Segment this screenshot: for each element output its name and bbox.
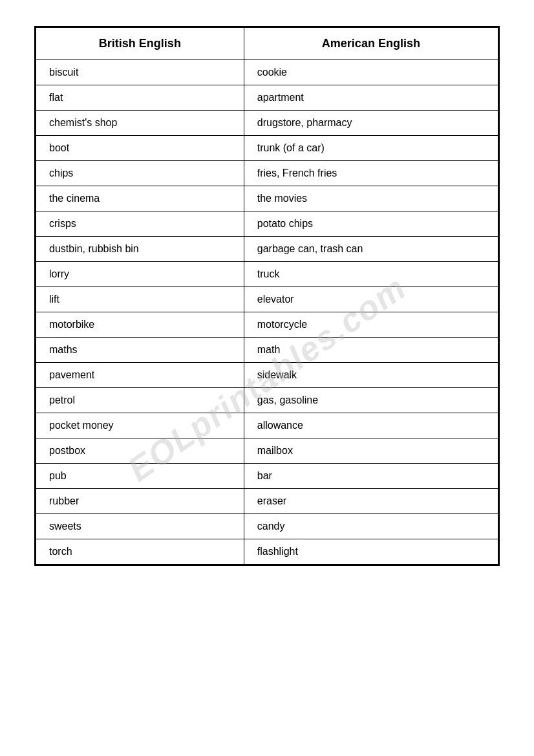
british-cell: petrol <box>36 388 244 413</box>
british-cell: lift <box>36 287 244 312</box>
american-cell: flashlight <box>244 539 498 565</box>
british-cell: the cinema <box>36 186 244 211</box>
american-cell: elevator <box>244 287 498 312</box>
british-cell: biscuit <box>36 60 244 85</box>
british-cell: pub <box>36 464 244 489</box>
american-cell: mailbox <box>244 438 498 464</box>
british-cell: pocket money <box>36 413 244 438</box>
american-cell: allowance <box>244 413 498 438</box>
british-cell: chips <box>36 161 244 186</box>
american-cell: sidewalk <box>244 363 498 388</box>
table-row: flatapartment <box>36 85 498 111</box>
british-cell: sweets <box>36 514 244 539</box>
british-english-header: British English <box>36 28 244 60</box>
british-cell: motorbike <box>36 312 244 338</box>
table-row: biscuitcookie <box>36 60 498 85</box>
british-cell: rubber <box>36 489 244 514</box>
table-row: dustbin, rubbish bingarbage can, trash c… <box>36 237 498 262</box>
american-cell: apartment <box>244 85 498 111</box>
american-cell: fries, French fries <box>244 161 498 186</box>
table-row: pubbar <box>36 464 498 489</box>
vocabulary-table-container: British English American English biscuit… <box>34 26 500 566</box>
british-cell: chemist's shop <box>36 111 244 136</box>
british-cell: dustbin, rubbish bin <box>36 237 244 262</box>
vocabulary-table: British English American English biscuit… <box>36 27 498 565</box>
table-row: crispspotato chips <box>36 211 498 237</box>
table-row: mathsmath <box>36 338 498 363</box>
american-cell: gas, gasoline <box>244 388 498 413</box>
british-cell: flat <box>36 85 244 111</box>
table-row: liftelevator <box>36 287 498 312</box>
american-cell: trunk (of a car) <box>244 136 498 161</box>
british-cell: crisps <box>36 211 244 237</box>
table-row: motorbikemotorcycle <box>36 312 498 338</box>
table-body: biscuitcookieflatapartmentchemist's shop… <box>36 60 498 565</box>
table-row: pocket moneyallowance <box>36 413 498 438</box>
table-row: pavementsidewalk <box>36 363 498 388</box>
american-cell: eraser <box>244 489 498 514</box>
american-cell: garbage can, trash can <box>244 237 498 262</box>
table-row: torchflashlight <box>36 539 498 565</box>
table-row: chemist's shopdrugstore, pharmacy <box>36 111 498 136</box>
british-cell: maths <box>36 338 244 363</box>
table-header-row: British English American English <box>36 28 498 60</box>
table-row: postboxmailbox <box>36 438 498 464</box>
table-row: sweetscandy <box>36 514 498 539</box>
british-cell: postbox <box>36 438 244 464</box>
table-row: rubbereraser <box>36 489 498 514</box>
table-row: chipsfries, French fries <box>36 161 498 186</box>
table-row: the cinemathe movies <box>36 186 498 211</box>
american-cell: drugstore, pharmacy <box>244 111 498 136</box>
table-row: boottrunk (of a car) <box>36 136 498 161</box>
american-cell: truck <box>244 262 498 287</box>
american-cell: math <box>244 338 498 363</box>
table-row: lorrytruck <box>36 262 498 287</box>
british-cell: lorry <box>36 262 244 287</box>
american-cell: the movies <box>244 186 498 211</box>
british-cell: pavement <box>36 363 244 388</box>
american-cell: motorcycle <box>244 312 498 338</box>
american-cell: potato chips <box>244 211 498 237</box>
british-cell: boot <box>36 136 244 161</box>
american-cell: candy <box>244 514 498 539</box>
american-english-header: American English <box>244 28 498 60</box>
british-cell: torch <box>36 539 244 565</box>
american-cell: cookie <box>244 60 498 85</box>
table-row: petrolgas, gasoline <box>36 388 498 413</box>
american-cell: bar <box>244 464 498 489</box>
